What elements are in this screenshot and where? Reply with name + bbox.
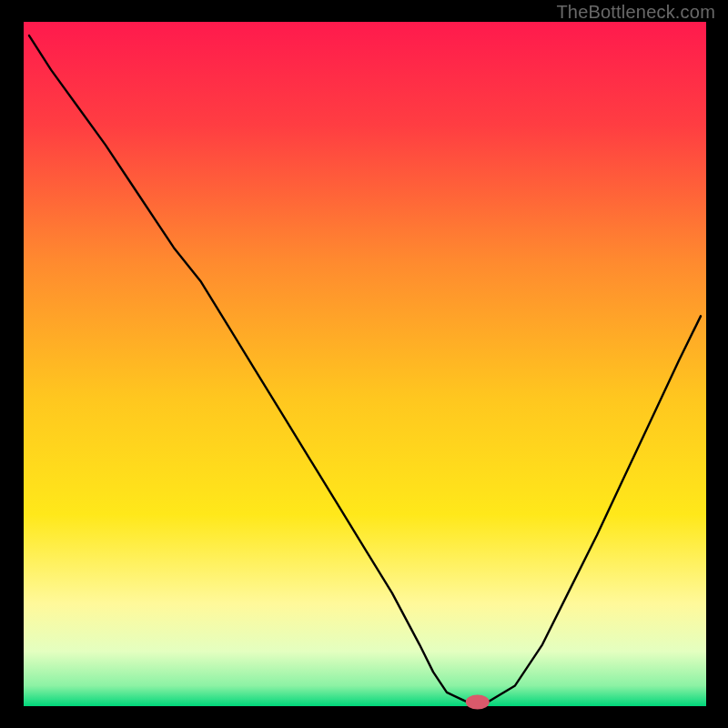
bottleneck-chart — [0, 0, 728, 728]
chart-frame: { "attribution": "TheBottleneck.com", "c… — [0, 0, 728, 728]
optimal-point-marker — [466, 694, 490, 709]
chart-background — [24, 22, 706, 706]
